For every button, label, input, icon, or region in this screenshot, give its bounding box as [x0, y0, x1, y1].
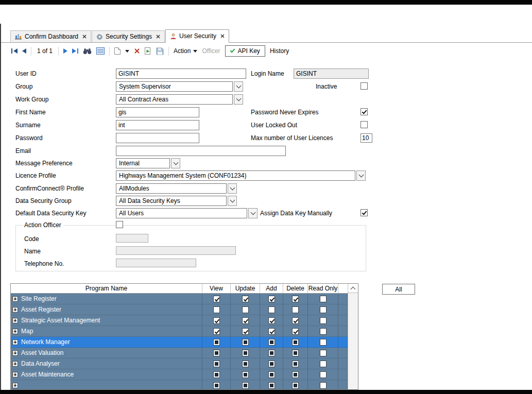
all-button[interactable]: All: [382, 284, 415, 295]
api-key-button[interactable]: API Key: [225, 45, 265, 57]
add-checkbox[interactable]: [268, 296, 275, 302]
delete-checkbox[interactable]: [292, 328, 299, 335]
surname-input[interactable]: [116, 120, 199, 130]
read-only-checkbox[interactable]: [320, 306, 327, 313]
delete-checkbox[interactable]: [292, 306, 299, 313]
first-record-button[interactable]: [11, 48, 18, 54]
view-checkbox[interactable]: [213, 296, 220, 302]
message-preference-combobox[interactable]: Internal: [116, 158, 180, 168]
password-never-expires-checkbox[interactable]: [361, 108, 368, 115]
tab-user-security[interactable]: User Security: [165, 29, 229, 43]
chevron-down-icon[interactable]: [228, 183, 237, 194]
delete-checkbox[interactable]: [292, 371, 299, 378]
expand-plus-icon[interactable]: [12, 339, 18, 345]
view-checkbox[interactable]: [213, 306, 220, 313]
next-record-button[interactable]: [63, 48, 67, 54]
password-input[interactable]: [116, 133, 199, 143]
update-checkbox[interactable]: [242, 296, 249, 302]
data-security-group-combobox[interactable]: All Data Security Keys: [116, 196, 237, 206]
update-checkbox[interactable]: [242, 328, 249, 335]
add-checkbox[interactable]: [268, 371, 275, 378]
delete-checkbox[interactable]: [292, 339, 299, 346]
email-input[interactable]: [116, 146, 286, 156]
user-locked-out-checkbox[interactable]: [361, 121, 368, 128]
expand-plus-icon[interactable]: [12, 383, 18, 388]
expand-plus-icon[interactable]: [12, 350, 18, 356]
expand-plus-icon[interactable]: [12, 296, 18, 302]
column-header-update[interactable]: Update: [231, 284, 260, 294]
default-data-security-key-combobox[interactable]: All Users: [116, 208, 258, 218]
history-button[interactable]: History: [270, 47, 289, 55]
view-checkbox[interactable]: [213, 339, 220, 346]
view-checkbox[interactable]: [213, 350, 220, 356]
licence-profile-combobox[interactable]: Highways Management System (CONF01234): [116, 170, 366, 181]
find-button[interactable]: [83, 47, 92, 55]
expand-plus-icon[interactable]: [12, 361, 18, 367]
read-only-checkbox[interactable]: [320, 317, 327, 324]
officer-button[interactable]: Officer: [202, 47, 220, 55]
grid-scrollbar[interactable]: [348, 284, 358, 389]
last-record-button[interactable]: [72, 48, 78, 54]
update-checkbox[interactable]: [242, 371, 249, 378]
clear-button[interactable]: [134, 48, 140, 54]
update-checkbox[interactable]: [242, 361, 249, 367]
view-checkbox[interactable]: [213, 382, 220, 389]
add-checkbox[interactable]: [268, 328, 275, 335]
update-checkbox[interactable]: [242, 350, 249, 356]
group-combobox[interactable]: System Supervisor: [116, 81, 243, 92]
scroll-up-icon[interactable]: [348, 284, 358, 293]
table-row[interactable]: Strategic Asset Management: [11, 315, 358, 326]
save-button[interactable]: [156, 47, 164, 55]
delete-checkbox[interactable]: [292, 350, 299, 356]
expand-plus-icon[interactable]: [12, 318, 18, 323]
new-record-dropdown-arrow[interactable]: [125, 50, 129, 53]
chevron-down-icon[interactable]: [171, 158, 180, 168]
first-name-input[interactable]: [116, 107, 199, 117]
action-menu-button[interactable]: Action: [174, 47, 197, 55]
table-row[interactable]: Asset Valuation: [11, 348, 358, 358]
delete-checkbox[interactable]: [292, 296, 299, 302]
table-row[interactable]: Asset Register: [11, 304, 358, 315]
table-row[interactable]: Asset Maintenance: [11, 369, 358, 380]
previous-record-button[interactable]: [22, 48, 26, 54]
update-checkbox[interactable]: [242, 382, 249, 389]
read-only-checkbox[interactable]: [320, 382, 327, 389]
column-header-view[interactable]: View: [202, 284, 231, 294]
read-only-checkbox[interactable]: [320, 350, 327, 356]
view-checkbox[interactable]: [213, 328, 220, 335]
column-header-read-only[interactable]: Read Only: [308, 284, 338, 294]
chevron-down-icon[interactable]: [248, 208, 258, 218]
close-icon[interactable]: [220, 34, 225, 38]
read-only-checkbox[interactable]: [320, 328, 327, 335]
confirmconnect-profile-combobox[interactable]: AllModules: [116, 183, 237, 194]
expand-plus-icon[interactable]: [12, 372, 18, 378]
table-row[interactable]: [11, 380, 358, 390]
update-checkbox[interactable]: [242, 317, 249, 324]
expand-plus-icon[interactable]: [12, 307, 18, 313]
add-checkbox[interactable]: [268, 350, 275, 356]
column-header-program-name[interactable]: Program Name: [11, 284, 202, 294]
view-checkbox[interactable]: [213, 317, 220, 324]
add-checkbox[interactable]: [268, 317, 275, 324]
work-group-combobox[interactable]: All Contract Areas: [116, 94, 243, 105]
read-only-checkbox[interactable]: [320, 339, 327, 346]
column-header-delete[interactable]: Delete: [283, 284, 308, 294]
expand-plus-icon[interactable]: [12, 329, 18, 334]
view-checkbox[interactable]: [213, 361, 220, 367]
list-button[interactable]: [96, 47, 105, 55]
read-only-checkbox[interactable]: [320, 296, 327, 302]
column-header-add[interactable]: Add: [260, 284, 283, 294]
chevron-down-icon[interactable]: [356, 170, 366, 181]
read-only-checkbox[interactable]: [320, 371, 327, 378]
assign-data-key-manually-checkbox[interactable]: [361, 209, 368, 216]
update-checkbox[interactable]: [242, 306, 249, 313]
chevron-down-icon[interactable]: [234, 94, 243, 105]
add-checkbox[interactable]: [268, 382, 275, 389]
delete-checkbox[interactable]: [292, 361, 299, 367]
add-checkbox[interactable]: [268, 361, 275, 367]
delete-checkbox[interactable]: [292, 317, 299, 324]
chevron-down-icon[interactable]: [228, 196, 237, 206]
read-only-checkbox[interactable]: [320, 361, 327, 367]
table-row[interactable]: Map: [11, 326, 358, 337]
table-row[interactable]: Site Register: [11, 294, 358, 304]
